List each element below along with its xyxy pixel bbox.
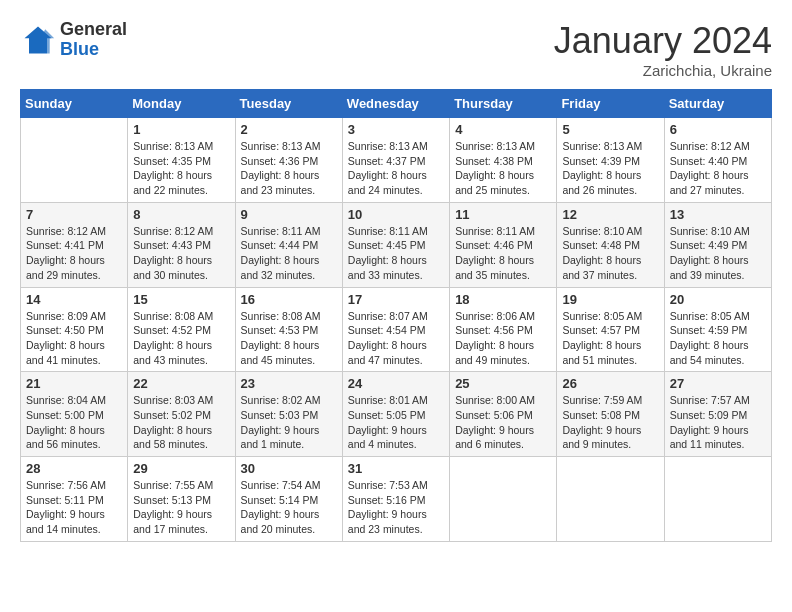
logo: General Blue (20, 20, 127, 60)
calendar-cell: 13Sunrise: 8:10 AM Sunset: 4:49 PM Dayli… (664, 202, 771, 287)
day-number: 1 (133, 122, 229, 137)
day-info: Sunrise: 7:56 AM Sunset: 5:11 PM Dayligh… (26, 478, 122, 537)
day-info: Sunrise: 8:13 AM Sunset: 4:38 PM Dayligh… (455, 139, 551, 198)
day-number: 12 (562, 207, 658, 222)
day-number: 17 (348, 292, 444, 307)
calendar-cell (21, 118, 128, 203)
location-subtitle: Zarichchia, Ukraine (554, 62, 772, 79)
calendar-cell: 28Sunrise: 7:56 AM Sunset: 5:11 PM Dayli… (21, 457, 128, 542)
day-number: 27 (670, 376, 766, 391)
calendar-cell: 5Sunrise: 8:13 AM Sunset: 4:39 PM Daylig… (557, 118, 664, 203)
day-info: Sunrise: 8:12 AM Sunset: 4:40 PM Dayligh… (670, 139, 766, 198)
calendar-cell: 12Sunrise: 8:10 AM Sunset: 4:48 PM Dayli… (557, 202, 664, 287)
calendar-cell (557, 457, 664, 542)
weekday-header-tuesday: Tuesday (235, 90, 342, 118)
day-number: 10 (348, 207, 444, 222)
weekday-header-wednesday: Wednesday (342, 90, 449, 118)
day-info: Sunrise: 8:02 AM Sunset: 5:03 PM Dayligh… (241, 393, 337, 452)
day-number: 4 (455, 122, 551, 137)
day-info: Sunrise: 8:01 AM Sunset: 5:05 PM Dayligh… (348, 393, 444, 452)
day-info: Sunrise: 8:11 AM Sunset: 4:44 PM Dayligh… (241, 224, 337, 283)
calendar-cell: 22Sunrise: 8:03 AM Sunset: 5:02 PM Dayli… (128, 372, 235, 457)
calendar-cell: 20Sunrise: 8:05 AM Sunset: 4:59 PM Dayli… (664, 287, 771, 372)
logo-icon (20, 22, 56, 58)
day-info: Sunrise: 7:53 AM Sunset: 5:16 PM Dayligh… (348, 478, 444, 537)
day-info: Sunrise: 8:10 AM Sunset: 4:49 PM Dayligh… (670, 224, 766, 283)
week-row-1: 1Sunrise: 8:13 AM Sunset: 4:35 PM Daylig… (21, 118, 772, 203)
month-title: January 2024 (554, 20, 772, 62)
week-row-5: 28Sunrise: 7:56 AM Sunset: 5:11 PM Dayli… (21, 457, 772, 542)
day-info: Sunrise: 8:07 AM Sunset: 4:54 PM Dayligh… (348, 309, 444, 368)
day-number: 26 (562, 376, 658, 391)
logo-text: General Blue (60, 20, 127, 60)
calendar-cell: 6Sunrise: 8:12 AM Sunset: 4:40 PM Daylig… (664, 118, 771, 203)
week-row-4: 21Sunrise: 8:04 AM Sunset: 5:00 PM Dayli… (21, 372, 772, 457)
day-info: Sunrise: 7:59 AM Sunset: 5:08 PM Dayligh… (562, 393, 658, 452)
day-info: Sunrise: 8:08 AM Sunset: 4:52 PM Dayligh… (133, 309, 229, 368)
day-info: Sunrise: 8:13 AM Sunset: 4:39 PM Dayligh… (562, 139, 658, 198)
day-number: 3 (348, 122, 444, 137)
calendar-cell: 24Sunrise: 8:01 AM Sunset: 5:05 PM Dayli… (342, 372, 449, 457)
calendar-cell: 27Sunrise: 7:57 AM Sunset: 5:09 PM Dayli… (664, 372, 771, 457)
page-header: General Blue January 2024 Zarichchia, Uk… (20, 20, 772, 79)
day-number: 9 (241, 207, 337, 222)
calendar-cell: 29Sunrise: 7:55 AM Sunset: 5:13 PM Dayli… (128, 457, 235, 542)
calendar-cell: 26Sunrise: 7:59 AM Sunset: 5:08 PM Dayli… (557, 372, 664, 457)
day-number: 22 (133, 376, 229, 391)
day-info: Sunrise: 8:00 AM Sunset: 5:06 PM Dayligh… (455, 393, 551, 452)
calendar-table: SundayMondayTuesdayWednesdayThursdayFrid… (20, 89, 772, 542)
calendar-cell: 17Sunrise: 8:07 AM Sunset: 4:54 PM Dayli… (342, 287, 449, 372)
day-info: Sunrise: 7:57 AM Sunset: 5:09 PM Dayligh… (670, 393, 766, 452)
day-info: Sunrise: 8:04 AM Sunset: 5:00 PM Dayligh… (26, 393, 122, 452)
day-info: Sunrise: 8:06 AM Sunset: 4:56 PM Dayligh… (455, 309, 551, 368)
calendar-cell (450, 457, 557, 542)
day-info: Sunrise: 8:05 AM Sunset: 4:57 PM Dayligh… (562, 309, 658, 368)
calendar-cell: 23Sunrise: 8:02 AM Sunset: 5:03 PM Dayli… (235, 372, 342, 457)
calendar-cell: 2Sunrise: 8:13 AM Sunset: 4:36 PM Daylig… (235, 118, 342, 203)
day-info: Sunrise: 8:08 AM Sunset: 4:53 PM Dayligh… (241, 309, 337, 368)
calendar-cell: 7Sunrise: 8:12 AM Sunset: 4:41 PM Daylig… (21, 202, 128, 287)
calendar-cell: 15Sunrise: 8:08 AM Sunset: 4:52 PM Dayli… (128, 287, 235, 372)
day-info: Sunrise: 8:13 AM Sunset: 4:35 PM Dayligh… (133, 139, 229, 198)
day-number: 18 (455, 292, 551, 307)
calendar-cell: 11Sunrise: 8:11 AM Sunset: 4:46 PM Dayli… (450, 202, 557, 287)
day-number: 7 (26, 207, 122, 222)
day-number: 25 (455, 376, 551, 391)
day-info: Sunrise: 8:10 AM Sunset: 4:48 PM Dayligh… (562, 224, 658, 283)
day-number: 6 (670, 122, 766, 137)
day-number: 11 (455, 207, 551, 222)
day-number: 2 (241, 122, 337, 137)
day-number: 8 (133, 207, 229, 222)
day-info: Sunrise: 8:03 AM Sunset: 5:02 PM Dayligh… (133, 393, 229, 452)
day-number: 30 (241, 461, 337, 476)
day-info: Sunrise: 8:09 AM Sunset: 4:50 PM Dayligh… (26, 309, 122, 368)
weekday-header-row: SundayMondayTuesdayWednesdayThursdayFrid… (21, 90, 772, 118)
weekday-header-sunday: Sunday (21, 90, 128, 118)
day-info: Sunrise: 8:12 AM Sunset: 4:43 PM Dayligh… (133, 224, 229, 283)
day-info: Sunrise: 8:13 AM Sunset: 4:36 PM Dayligh… (241, 139, 337, 198)
day-info: Sunrise: 8:13 AM Sunset: 4:37 PM Dayligh… (348, 139, 444, 198)
title-block: January 2024 Zarichchia, Ukraine (554, 20, 772, 79)
day-info: Sunrise: 8:12 AM Sunset: 4:41 PM Dayligh… (26, 224, 122, 283)
day-info: Sunrise: 8:11 AM Sunset: 4:46 PM Dayligh… (455, 224, 551, 283)
day-info: Sunrise: 8:05 AM Sunset: 4:59 PM Dayligh… (670, 309, 766, 368)
calendar-cell: 25Sunrise: 8:00 AM Sunset: 5:06 PM Dayli… (450, 372, 557, 457)
weekday-header-thursday: Thursday (450, 90, 557, 118)
calendar-cell: 19Sunrise: 8:05 AM Sunset: 4:57 PM Dayli… (557, 287, 664, 372)
week-row-2: 7Sunrise: 8:12 AM Sunset: 4:41 PM Daylig… (21, 202, 772, 287)
day-number: 24 (348, 376, 444, 391)
calendar-cell: 3Sunrise: 8:13 AM Sunset: 4:37 PM Daylig… (342, 118, 449, 203)
day-number: 31 (348, 461, 444, 476)
calendar-cell: 18Sunrise: 8:06 AM Sunset: 4:56 PM Dayli… (450, 287, 557, 372)
day-number: 21 (26, 376, 122, 391)
calendar-cell: 16Sunrise: 8:08 AM Sunset: 4:53 PM Dayli… (235, 287, 342, 372)
calendar-cell: 4Sunrise: 8:13 AM Sunset: 4:38 PM Daylig… (450, 118, 557, 203)
day-number: 5 (562, 122, 658, 137)
logo-blue: Blue (60, 40, 127, 60)
day-number: 14 (26, 292, 122, 307)
calendar-cell: 21Sunrise: 8:04 AM Sunset: 5:00 PM Dayli… (21, 372, 128, 457)
day-info: Sunrise: 7:55 AM Sunset: 5:13 PM Dayligh… (133, 478, 229, 537)
calendar-cell: 10Sunrise: 8:11 AM Sunset: 4:45 PM Dayli… (342, 202, 449, 287)
week-row-3: 14Sunrise: 8:09 AM Sunset: 4:50 PM Dayli… (21, 287, 772, 372)
day-number: 29 (133, 461, 229, 476)
